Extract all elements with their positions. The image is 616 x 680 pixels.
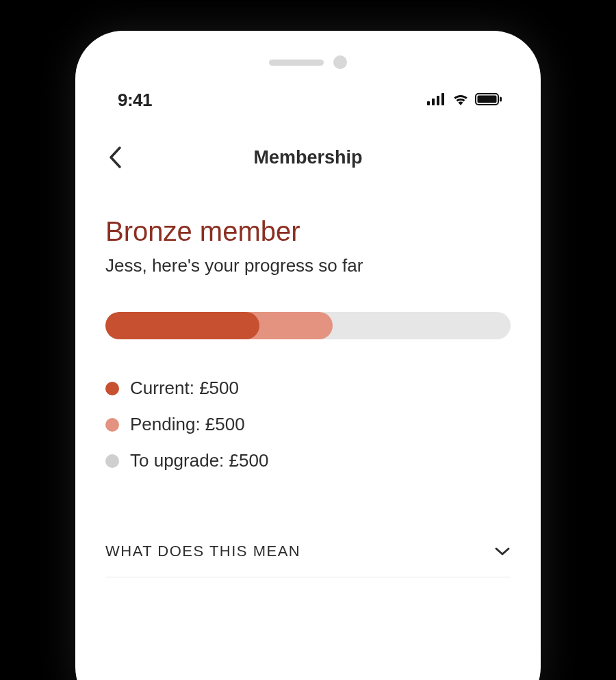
svg-rect-5: [478, 95, 497, 103]
legend-label-upgrade: To upgrade: £500: [130, 450, 268, 471]
front-camera: [333, 55, 347, 69]
content-area: Bronze member Jess, here's your progress…: [75, 178, 541, 577]
nav-bar: Membership: [75, 118, 541, 178]
chevron-down-icon: [494, 547, 511, 556]
legend-dot-pending: [105, 418, 119, 432]
svg-rect-6: [500, 96, 502, 101]
accordion-label: WHAT DOES THIS MEAN: [105, 542, 300, 560]
legend-item-upgrade: To upgrade: £500: [105, 450, 511, 471]
status-icons: [427, 92, 502, 109]
speaker-slot: [269, 60, 324, 66]
cellular-icon: [427, 93, 446, 108]
progress-subtitle: Jess, here's your progress so far: [105, 255, 511, 276]
svg-rect-3: [441, 93, 444, 105]
chevron-left-icon: [108, 146, 122, 169]
legend-label-pending: Pending: £500: [130, 414, 245, 435]
wifi-icon: [452, 92, 470, 109]
battery-icon: [475, 93, 502, 108]
progress-current-fill: [105, 312, 259, 339]
back-button[interactable]: [101, 144, 129, 171]
legend-item-pending: Pending: £500: [105, 414, 511, 435]
status-time: 9:41: [118, 90, 152, 111]
legend-dot-upgrade: [105, 454, 119, 468]
svg-rect-2: [437, 96, 439, 105]
svg-rect-0: [427, 101, 430, 105]
page-title: Membership: [75, 147, 541, 168]
progress-bar: [105, 312, 511, 339]
legend-dot-current: [105, 382, 119, 395]
legend-label-current: Current: £500: [130, 378, 239, 399]
legend-item-current: Current: £500: [105, 378, 511, 399]
accordion-what-does-this-mean[interactable]: WHAT DOES THIS MEAN: [105, 526, 511, 577]
status-bar: 9:41: [75, 83, 541, 118]
svg-rect-1: [432, 99, 435, 105]
device-speaker-row: [75, 55, 541, 69]
phone-frame: 9:41: [75, 31, 541, 680]
progress-legend: Current: £500 Pending: £500 To upgrade: …: [105, 378, 511, 471]
membership-tier-title: Bronze member: [105, 216, 511, 247]
